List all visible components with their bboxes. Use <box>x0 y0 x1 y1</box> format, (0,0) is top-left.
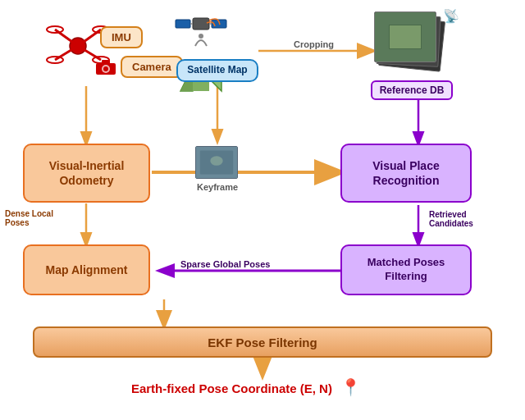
vio-box: Visual-Inertial Odometry <box>23 144 150 203</box>
satellite-icon <box>172 11 230 59</box>
location-pin-icon: 📍 <box>340 378 361 396</box>
svg-rect-24 <box>176 20 190 28</box>
sparse-global-poses-label: Sparse Global Poses <box>180 259 270 269</box>
satellite-map-label: Satellite Map <box>176 59 258 82</box>
cropping-label: Cropping <box>294 39 334 49</box>
camera-group: Camera <box>94 56 183 78</box>
mpf-box: Matched Poses Filtering <box>340 244 472 295</box>
diagram: IMU Camera <box>0 0 525 420</box>
svg-point-21 <box>103 66 108 71</box>
map-alignment-box: Map Alignment <box>23 244 150 295</box>
svg-rect-23 <box>193 18 209 30</box>
ref-db-group: 📡 Reference DB <box>371 11 453 100</box>
ekf-banner: EKF Pose Filtering <box>33 326 492 358</box>
imu-label: IMU <box>100 26 143 48</box>
svg-rect-22 <box>102 60 110 64</box>
retrieved-candidates-label: Retrieved Candidates <box>429 210 473 228</box>
ref-db-label: Reference DB <box>371 80 453 100</box>
camera-icon <box>94 58 117 76</box>
satellite-map-group <box>172 11 230 95</box>
svg-point-28 <box>199 34 203 39</box>
svg-point-31 <box>210 156 222 166</box>
keyframe-label: Keyframe <box>197 182 238 192</box>
vpr-box: Visual Place Recognition <box>340 144 472 203</box>
keyframe-thumb <box>195 146 238 179</box>
dense-local-poses-label: Dense Local Poses <box>5 209 53 227</box>
final-coordinate: Earth-fixed Pose Coordinate (E, N) 📍 <box>127 377 365 397</box>
